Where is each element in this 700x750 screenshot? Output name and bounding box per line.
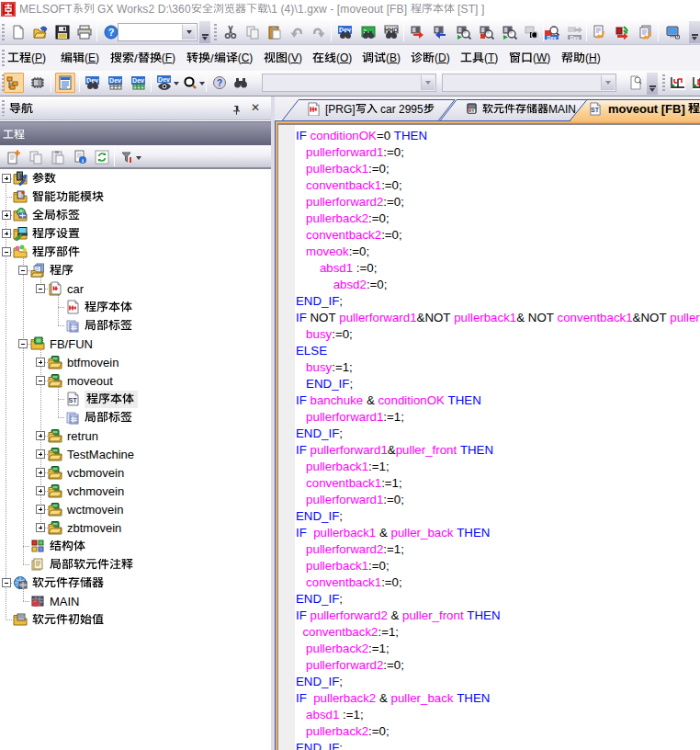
- svg-text:Dev: Dev: [86, 77, 98, 84]
- svg-text:Dev: Dev: [109, 77, 121, 84]
- svg-text:i: i: [82, 157, 84, 165]
- svg-text:HHO: HHO: [385, 27, 398, 33]
- svg-text:Dev: Dev: [339, 27, 351, 33]
- svg-text:Dev: Dev: [158, 76, 170, 83]
- svg-text:Dev: Dev: [547, 35, 557, 40]
- svg-text:Dev: Dev: [132, 77, 144, 84]
- svg-text:?: ?: [108, 27, 115, 38]
- svg-text:ST: ST: [68, 396, 77, 404]
- svg-text:ST: ST: [591, 107, 600, 113]
- svg-text:?: ?: [217, 78, 222, 88]
- svg-text:Dev: Dev: [570, 35, 580, 40]
